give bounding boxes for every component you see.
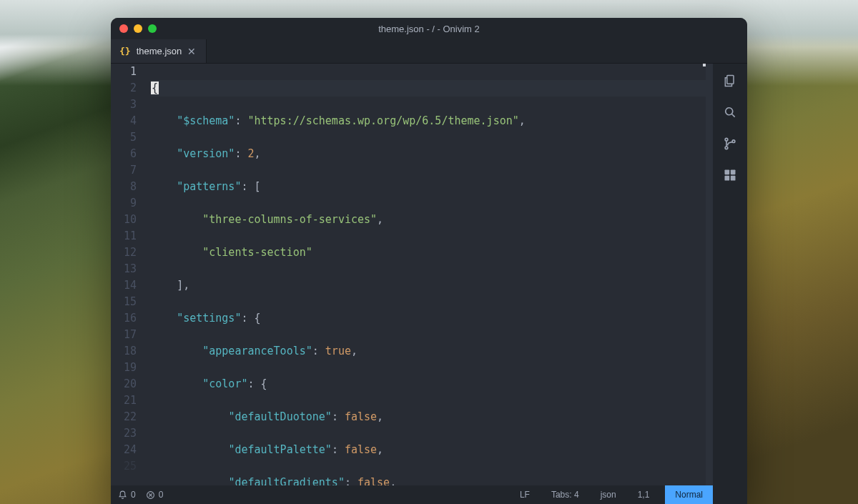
activity-bar	[713, 64, 747, 504]
svg-rect-6	[725, 170, 730, 175]
cursor: {	[151, 81, 159, 94]
editor-area: 1 2 3 4 5 6 7 8 9 10 11 12 13 14 15 16 1	[111, 64, 713, 504]
indent-indicator[interactable]: Tabs: 4	[546, 490, 585, 500]
svg-point-2	[726, 108, 733, 115]
files-icon[interactable]	[723, 74, 737, 88]
cursor-position-indicator[interactable]: 1,1	[632, 490, 656, 500]
errors-indicator[interactable]: 0	[146, 490, 164, 500]
json-file-icon: {}	[119, 46, 131, 56]
svg-rect-7	[731, 170, 736, 175]
status-bar: 0 0 LF Tabs: 4 json 1,1 Normal	[111, 485, 713, 504]
svg-point-3	[725, 138, 728, 141]
minimize-window-button[interactable]	[134, 24, 142, 33]
bell-icon	[118, 490, 127, 500]
search-icon[interactable]	[723, 105, 737, 119]
svg-point-5	[732, 140, 735, 143]
tab-theme-json[interactable]: {} theme.json ✕	[111, 39, 207, 63]
extensions-icon[interactable]	[723, 168, 737, 182]
line-number-gutter: 1 2 3 4 5 6 7 8 9 10 11 12 13 14 15 16 1	[111, 64, 144, 485]
error-circle-icon	[146, 490, 155, 500]
notifications-indicator[interactable]: 0	[118, 490, 136, 500]
code-editor[interactable]: 1 2 3 4 5 6 7 8 9 10 11 12 13 14 15 16 1	[111, 64, 713, 485]
tab-label: theme.json	[137, 46, 182, 56]
window-title: theme.json - / - Onivim 2	[111, 24, 747, 34]
line-ending-indicator[interactable]: LF	[514, 490, 536, 500]
svg-rect-1	[727, 76, 734, 84]
editor-window: theme.json - / - Onivim 2 {} theme.json …	[111, 18, 747, 504]
svg-point-4	[725, 147, 728, 149]
svg-rect-8	[725, 176, 730, 181]
source-control-icon[interactable]	[723, 137, 737, 151]
vim-mode-indicator: Normal	[665, 485, 713, 504]
language-indicator[interactable]: json	[595, 490, 622, 500]
close-window-button[interactable]	[119, 24, 128, 33]
code-content[interactable]: { "$schema": "https://schemas.wp.org/wp/…	[144, 64, 713, 485]
close-tab-icon[interactable]: ✕	[187, 46, 196, 56]
vertical-scrollbar[interactable]	[706, 64, 713, 485]
svg-rect-9	[731, 176, 736, 181]
tab-bar: {} theme.json ✕	[111, 39, 747, 64]
maximize-window-button[interactable]	[148, 24, 157, 33]
traffic-lights	[119, 24, 157, 33]
titlebar: theme.json - / - Onivim 2	[111, 18, 747, 39]
